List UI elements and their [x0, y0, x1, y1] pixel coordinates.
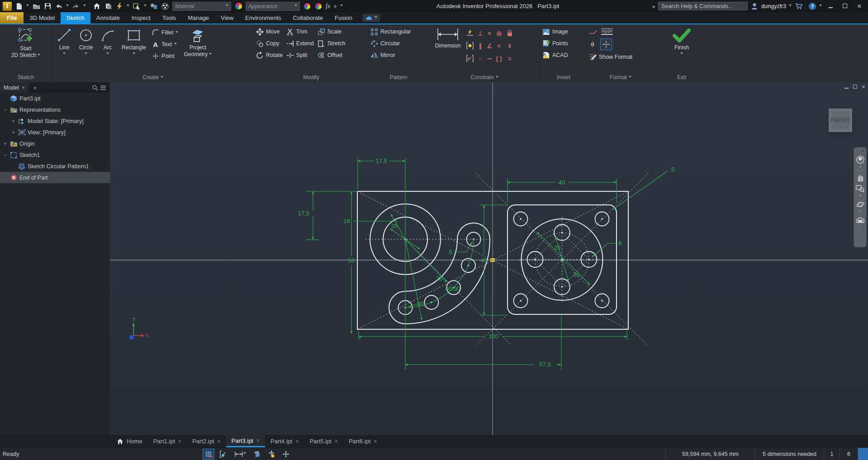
text-button[interactable]: AText [152, 38, 178, 50]
browser-search-icon[interactable] [91, 84, 99, 91]
zoom-window-icon[interactable] [855, 184, 865, 194]
point-button[interactable]: Point [152, 50, 178, 62]
mirror-button[interactable]: Mirror [370, 49, 411, 61]
grid-snap-toggle[interactable] [203, 449, 214, 460]
tab-annotate[interactable]: Annotate [90, 12, 126, 24]
browser-menu-icon[interactable] [99, 84, 107, 91]
vertical-constraint-icon[interactable]: ‖ [508, 43, 511, 49]
symmetry-format-icon[interactable] [589, 41, 597, 48]
insert-points-button[interactable]: Points [542, 38, 568, 49]
circular-pattern-button[interactable]: Circular [370, 38, 411, 49]
expand-icon[interactable]: + [11, 118, 16, 124]
start-2d-sketch-button[interactable]: Start2D Sketch [9, 26, 43, 72]
tree-item-end-of-part[interactable]: End of Part [0, 172, 110, 183]
save-icon[interactable] [43, 2, 52, 10]
browser-tab-model[interactable]: Model× [0, 82, 28, 93]
stretch-button[interactable]: Stretch [318, 38, 346, 49]
doc-tab-part4[interactable]: Part4.ipt× [265, 435, 304, 447]
close-button[interactable]: × [854, 2, 865, 10]
doc-close-button[interactable]: × [862, 83, 865, 90]
rotate-button[interactable]: Rotate [256, 49, 283, 61]
slice-graphics-toggle[interactable] [251, 449, 262, 459]
caret-down-icon[interactable] [340, 5, 343, 8]
doc-tab-part1[interactable]: Part1.ipt× [148, 435, 187, 447]
tab-inspect[interactable]: Inspect [126, 12, 157, 24]
redo-icon[interactable] [72, 2, 80, 10]
view-cube[interactable]: FRONT [829, 109, 852, 132]
dimension-display-toggle[interactable] [232, 449, 248, 459]
tab-close-icon[interactable]: × [218, 438, 221, 445]
dimension-button[interactable]: Dimension [431, 26, 465, 72]
tree-item-origin[interactable]: + Origin [0, 138, 110, 149]
add-qat-icon[interactable]: + [333, 3, 337, 10]
trim-button[interactable]: Trim [286, 26, 314, 38]
horizontal-constraint-icon[interactable]: ≡ [497, 43, 501, 49]
material-shapes-icon[interactable] [150, 2, 158, 10]
doc-tab-home[interactable]: Home [111, 435, 148, 447]
fx-parameters-icon[interactable]: fx [326, 3, 330, 10]
navbar-menu-icon[interactable]: ≡ [862, 227, 865, 232]
tree-item-representations[interactable]: − Representations [0, 104, 110, 115]
help-icon[interactable]: ? [808, 2, 816, 10]
doc-tab-part2[interactable]: Part2.ipt× [187, 435, 226, 447]
doc-minimize-button[interactable] [844, 84, 849, 90]
doc-restore-button[interactable] [853, 84, 857, 90]
tab-manage[interactable]: Manage [182, 12, 215, 24]
graphics-window[interactable]: 17,5 17,5 16 50 25 5 20 30 90,00 40 40 5… [110, 82, 868, 435]
caret-down-icon[interactable] [83, 5, 86, 8]
browser-add-tab-icon[interactable]: + [33, 84, 37, 91]
color-wheel-icon[interactable] [234, 2, 242, 10]
cart-icon[interactable] [794, 2, 802, 10]
panel-label-constrain[interactable]: Constrain [429, 72, 540, 82]
caret-down-icon[interactable] [859, 195, 862, 198]
restore-button[interactable] [839, 3, 851, 9]
clear-appearance-icon[interactable] [314, 2, 323, 10]
show-format-button[interactable]: Show Format [589, 51, 632, 63]
centerline-button[interactable] [600, 38, 612, 50]
tree-item-model-state[interactable]: + Model State: [Primary] [0, 115, 110, 127]
select-tool-icon[interactable] [133, 2, 141, 10]
minimize-button[interactable] [825, 3, 836, 9]
smooth-constraint-icon[interactable]: ∼ [487, 55, 492, 62]
tangent-constraint-icon[interactable]: ∠ [487, 43, 492, 49]
rectangular-pattern-button[interactable]: Rectangular [370, 26, 411, 38]
insert-acad-button[interactable]: ACAD [542, 49, 568, 61]
navbar-close-icon[interactable]: ✕ [861, 149, 865, 153]
lock-constraint-icon[interactable] [506, 29, 513, 37]
new-file-icon[interactable] [15, 2, 23, 10]
scale-button[interactable]: Scale [318, 26, 346, 38]
sketch-dimensions[interactable] [306, 158, 668, 370]
extend-button[interactable]: Extend [286, 38, 314, 49]
iproperties-lightning-icon[interactable] [115, 2, 123, 10]
panel-label-format[interactable]: Format [587, 72, 654, 82]
constraint-settings-icon[interactable] [466, 55, 474, 62]
caret-down-icon[interactable] [859, 211, 862, 214]
tab-collaborate[interactable]: Collaborate [287, 12, 329, 24]
tab-view[interactable]: View [215, 12, 239, 24]
show-constraints-icon[interactable] [466, 42, 474, 50]
sketch-canvas[interactable]: 17,5 17,5 16 50 25 5 20 30 90,00 40 40 5… [110, 82, 868, 435]
tab-close-icon[interactable]: × [178, 438, 181, 445]
tab-close-icon[interactable]: × [295, 438, 299, 445]
tab-close-icon[interactable]: × [335, 438, 338, 445]
adjust-appearance-icon[interactable] [303, 2, 311, 10]
appearance-dropdown[interactable]: Appearance [246, 2, 300, 11]
search-expand-icon[interactable]: ▸ [653, 3, 655, 9]
fillet-button[interactable]: Fillet [152, 27, 178, 38]
expand-icon[interactable]: + [11, 129, 16, 136]
rectangle-button[interactable]: Rectangle [119, 26, 149, 72]
constraint-inference-toggle[interactable] [218, 449, 229, 459]
concentric-constraint-icon[interactable]: ◎ [496, 30, 501, 37]
auto-dimension-icon[interactable] [466, 29, 474, 37]
caret-down-icon[interactable] [66, 5, 69, 8]
inventor-logo-icon[interactable]: I [3, 2, 12, 11]
perpendicular-constraint-icon[interactable]: ⊥ [478, 30, 483, 37]
collapse-icon[interactable]: − [3, 152, 8, 158]
dimension-labels[interactable]: 17,5 17,5 16 50 25 5 20 30 90,00 40 40 5… [298, 157, 675, 368]
username[interactable]: dungyzfr3 [761, 3, 786, 9]
parallel-constraint-icon[interactable]: ∥ [479, 43, 482, 49]
center-points[interactable] [405, 218, 603, 308]
caret-down-icon[interactable] [859, 166, 862, 169]
tab-environments[interactable]: Environments [239, 12, 287, 24]
tab-fusion[interactable]: Fusion [329, 12, 358, 24]
